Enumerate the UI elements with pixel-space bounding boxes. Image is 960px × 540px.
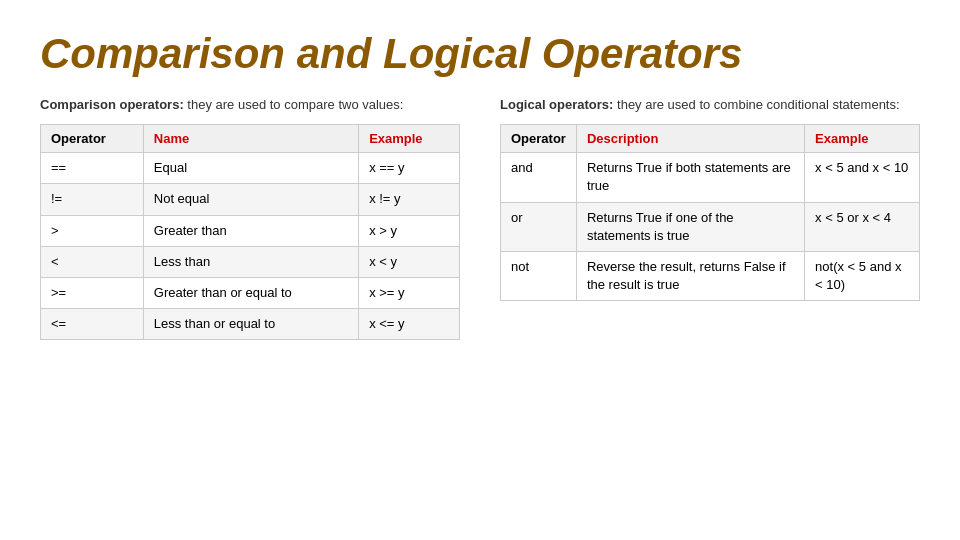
comparison-cell-name: Equal	[143, 153, 358, 184]
comparison-cell-name: Greater than or equal to	[143, 277, 358, 308]
logical-cell-example: x < 5 and x < 10	[805, 153, 920, 202]
comparison-header-example: Example	[359, 125, 460, 153]
comparison-cell-name: Not equal	[143, 184, 358, 215]
logical-table-header-row: Operator Description Example	[501, 125, 920, 153]
logical-description: Logical operators: they are used to comb…	[500, 96, 920, 114]
comparison-cell-operator: >	[41, 215, 144, 246]
logical-table-row: and Returns True if both statements are …	[501, 153, 920, 202]
comparison-cell-example: x >= y	[359, 277, 460, 308]
comparison-table-row: > Greater than x > y	[41, 215, 460, 246]
comparison-table-row: < Less than x < y	[41, 246, 460, 277]
logical-table: Operator Description Example and Returns…	[500, 124, 920, 301]
comparison-header-name: Name	[143, 125, 358, 153]
comparison-cell-example: x <= y	[359, 309, 460, 340]
comparison-table-row: <= Less than or equal to x <= y	[41, 309, 460, 340]
comparison-cell-name: Greater than	[143, 215, 358, 246]
logical-cell-description: Returns True if one of the statements is…	[576, 202, 804, 251]
logical-cell-example: x < 5 or x < 4	[805, 202, 920, 251]
comparison-cell-example: x < y	[359, 246, 460, 277]
logical-cell-operator: and	[501, 153, 577, 202]
comparison-section: Comparison operators: they are used to c…	[40, 96, 460, 340]
logical-table-row: not Reverse the result, returns False if…	[501, 251, 920, 300]
logical-description-bold: Logical operators:	[500, 97, 613, 112]
comparison-table-row: == Equal x == y	[41, 153, 460, 184]
comparison-description: Comparison operators: they are used to c…	[40, 96, 460, 114]
logical-header-description: Description	[576, 125, 804, 153]
comparison-cell-operator: <=	[41, 309, 144, 340]
comparison-description-rest: they are used to compare two values:	[184, 97, 404, 112]
logical-cell-operator: or	[501, 202, 577, 251]
logical-cell-example: not(x < 5 and x < 10)	[805, 251, 920, 300]
logical-description-rest: they are used to combine conditional sta…	[613, 97, 899, 112]
comparison-description-bold: Comparison operators:	[40, 97, 184, 112]
comparison-cell-example: x == y	[359, 153, 460, 184]
page-title: Comparison and Logical Operators	[40, 30, 920, 78]
logical-header-operator: Operator	[501, 125, 577, 153]
comparison-cell-example: x > y	[359, 215, 460, 246]
logical-cell-description: Returns True if both statements are true	[576, 153, 804, 202]
comparison-table-header-row: Operator Name Example	[41, 125, 460, 153]
logical-cell-description: Reverse the result, returns False if the…	[576, 251, 804, 300]
comparison-cell-name: Less than	[143, 246, 358, 277]
comparison-cell-operator: !=	[41, 184, 144, 215]
comparison-table: Operator Name Example == Equal x == y !=…	[40, 124, 460, 340]
comparison-cell-operator: >=	[41, 277, 144, 308]
comparison-table-row: != Not equal x != y	[41, 184, 460, 215]
comparison-cell-operator: ==	[41, 153, 144, 184]
logical-cell-operator: not	[501, 251, 577, 300]
logical-header-example: Example	[805, 125, 920, 153]
comparison-table-row: >= Greater than or equal to x >= y	[41, 277, 460, 308]
comparison-cell-name: Less than or equal to	[143, 309, 358, 340]
page: Comparison and Logical Operators Compari…	[0, 0, 960, 540]
comparison-cell-operator: <	[41, 246, 144, 277]
logical-section: Logical operators: they are used to comb…	[500, 96, 920, 301]
comparison-header-operator: Operator	[41, 125, 144, 153]
comparison-cell-example: x != y	[359, 184, 460, 215]
logical-table-row: or Returns True if one of the statements…	[501, 202, 920, 251]
two-column-layout: Comparison operators: they are used to c…	[40, 96, 920, 340]
